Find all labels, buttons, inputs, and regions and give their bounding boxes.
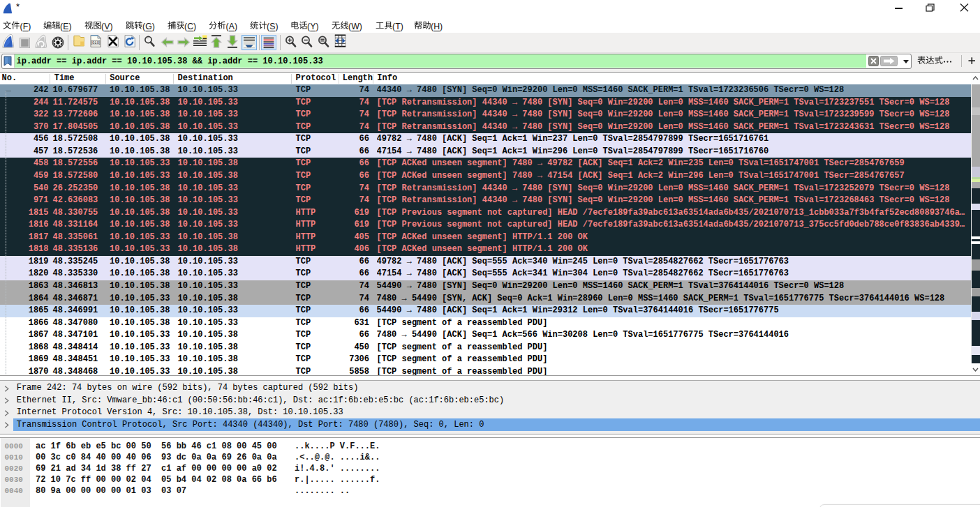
svg-text:010: 010 <box>92 40 99 45</box>
